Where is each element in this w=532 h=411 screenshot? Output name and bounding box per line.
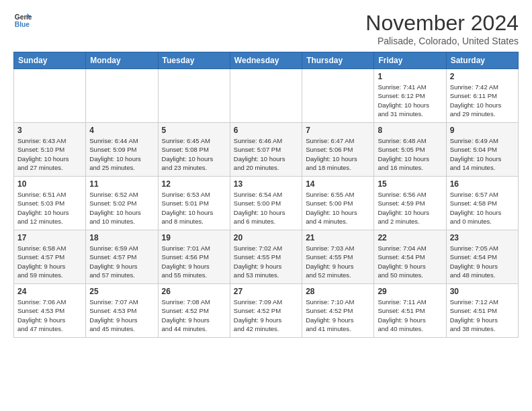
day-number: 1: [378, 72, 442, 81]
calendar-cell: 2Sunrise: 7:42 AM Sunset: 6:11 PM Daylig…: [446, 69, 518, 123]
day-info: Sunrise: 6:47 AM Sunset: 5:06 PM Dayligh…: [306, 136, 370, 172]
weekday-header: Sunday: [14, 52, 86, 69]
calendar-cell: [230, 69, 302, 123]
day-info: Sunrise: 6:52 AM Sunset: 5:02 PM Dayligh…: [89, 190, 154, 226]
day-info: Sunrise: 6:43 AM Sunset: 5:10 PM Dayligh…: [17, 136, 82, 172]
calendar-week-row: 17Sunrise: 6:58 AM Sunset: 4:57 PM Dayli…: [14, 230, 519, 284]
calendar-cell: 12Sunrise: 6:53 AM Sunset: 5:01 PM Dayli…: [158, 177, 230, 230]
day-info: Sunrise: 7:01 AM Sunset: 4:56 PM Dayligh…: [162, 244, 226, 279]
calendar-cell: 6Sunrise: 6:46 AM Sunset: 5:07 PM Daylig…: [230, 123, 302, 177]
calendar-cell: 10Sunrise: 6:51 AM Sunset: 5:03 PM Dayli…: [14, 177, 86, 230]
day-number: 19: [162, 233, 226, 242]
calendar-cell: 1Sunrise: 7:41 AM Sunset: 6:12 PM Daylig…: [374, 69, 446, 123]
day-number: 28: [306, 287, 370, 296]
calendar-cell: 26Sunrise: 7:08 AM Sunset: 4:52 PM Dayli…: [158, 284, 230, 338]
calendar-table: SundayMondayTuesdayWednesdayThursdayFrid…: [13, 52, 519, 338]
calendar-cell: 27Sunrise: 7:09 AM Sunset: 4:52 PM Dayli…: [230, 284, 302, 338]
weekday-header-row: SundayMondayTuesdayWednesdayThursdayFrid…: [14, 52, 519, 69]
day-number: 26: [162, 287, 226, 296]
calendar-cell: [158, 69, 230, 123]
day-number: 5: [162, 126, 226, 135]
calendar-cell: 16Sunrise: 6:57 AM Sunset: 4:58 PM Dayli…: [446, 177, 518, 230]
calendar-cell: 23Sunrise: 7:05 AM Sunset: 4:54 PM Dayli…: [446, 230, 518, 284]
day-number: 25: [89, 287, 154, 296]
day-number: 20: [234, 233, 298, 242]
day-number: 13: [234, 179, 298, 189]
day-info: Sunrise: 7:09 AM Sunset: 4:52 PM Dayligh…: [234, 298, 298, 333]
calendar-week-row: 24Sunrise: 7:06 AM Sunset: 4:53 PM Dayli…: [14, 284, 519, 338]
day-number: 11: [89, 179, 154, 189]
day-info: Sunrise: 6:44 AM Sunset: 5:09 PM Dayligh…: [89, 136, 154, 172]
day-number: 22: [378, 233, 442, 242]
calendar-cell: 22Sunrise: 7:04 AM Sunset: 4:54 PM Dayli…: [374, 230, 446, 284]
day-info: Sunrise: 7:07 AM Sunset: 4:53 PM Dayligh…: [89, 298, 154, 333]
day-number: 24: [17, 287, 82, 296]
calendar-cell: [86, 69, 158, 123]
day-info: Sunrise: 7:02 AM Sunset: 4:55 PM Dayligh…: [234, 244, 298, 279]
day-number: 30: [450, 287, 515, 296]
logo: General Blue: [13, 11, 32, 30]
calendar-cell: 4Sunrise: 6:44 AM Sunset: 5:09 PM Daylig…: [86, 123, 158, 177]
day-number: 2: [450, 72, 515, 81]
day-info: Sunrise: 6:53 AM Sunset: 5:01 PM Dayligh…: [162, 190, 226, 226]
day-number: 12: [162, 179, 226, 189]
day-info: Sunrise: 7:12 AM Sunset: 4:51 PM Dayligh…: [450, 298, 515, 333]
day-number: 3: [17, 126, 82, 135]
calendar-cell: [302, 69, 374, 123]
calendar-cell: 8Sunrise: 6:48 AM Sunset: 5:05 PM Daylig…: [374, 123, 446, 177]
day-info: Sunrise: 6:55 AM Sunset: 5:00 PM Dayligh…: [306, 190, 370, 226]
day-info: Sunrise: 7:08 AM Sunset: 4:52 PM Dayligh…: [162, 298, 226, 333]
day-number: 29: [378, 287, 442, 296]
day-info: Sunrise: 7:03 AM Sunset: 4:55 PM Dayligh…: [306, 244, 370, 279]
day-info: Sunrise: 6:57 AM Sunset: 4:58 PM Dayligh…: [450, 190, 515, 226]
day-number: 6: [234, 126, 298, 135]
calendar-cell: 19Sunrise: 7:01 AM Sunset: 4:56 PM Dayli…: [158, 230, 230, 284]
calendar-cell: 17Sunrise: 6:58 AM Sunset: 4:57 PM Dayli…: [14, 230, 86, 284]
weekday-header: Tuesday: [158, 52, 230, 69]
day-number: 9: [450, 126, 515, 135]
calendar-cell: 7Sunrise: 6:47 AM Sunset: 5:06 PM Daylig…: [302, 123, 374, 177]
day-number: 14: [306, 179, 370, 189]
day-number: 27: [234, 287, 298, 296]
calendar-cell: 25Sunrise: 7:07 AM Sunset: 4:53 PM Dayli…: [86, 284, 158, 338]
calendar-cell: 11Sunrise: 6:52 AM Sunset: 5:02 PM Dayli…: [86, 177, 158, 230]
month-title: November 2024: [365, 11, 519, 36]
day-number: 23: [450, 233, 515, 242]
calendar-cell: 24Sunrise: 7:06 AM Sunset: 4:53 PM Dayli…: [14, 284, 86, 338]
day-info: Sunrise: 7:42 AM Sunset: 6:11 PM Dayligh…: [450, 83, 515, 118]
day-number: 16: [450, 179, 515, 189]
day-number: 8: [378, 126, 442, 135]
day-info: Sunrise: 6:49 AM Sunset: 5:04 PM Dayligh…: [450, 136, 515, 172]
day-number: 10: [17, 179, 82, 189]
day-info: Sunrise: 7:41 AM Sunset: 6:12 PM Dayligh…: [378, 83, 442, 118]
calendar-cell: 21Sunrise: 7:03 AM Sunset: 4:55 PM Dayli…: [302, 230, 374, 284]
calendar-week-row: 3Sunrise: 6:43 AM Sunset: 5:10 PM Daylig…: [14, 123, 519, 177]
day-info: Sunrise: 7:11 AM Sunset: 4:51 PM Dayligh…: [378, 298, 442, 333]
svg-text:General: General: [15, 13, 32, 21]
calendar-cell: 28Sunrise: 7:10 AM Sunset: 4:52 PM Dayli…: [302, 284, 374, 338]
day-info: Sunrise: 7:06 AM Sunset: 4:53 PM Dayligh…: [17, 298, 82, 333]
location: Palisade, Colorado, United States: [365, 36, 519, 46]
day-info: Sunrise: 6:45 AM Sunset: 5:08 PM Dayligh…: [162, 136, 226, 172]
day-number: 17: [17, 233, 82, 242]
day-info: Sunrise: 6:59 AM Sunset: 4:57 PM Dayligh…: [89, 244, 154, 279]
day-info: Sunrise: 7:04 AM Sunset: 4:54 PM Dayligh…: [378, 244, 442, 279]
day-info: Sunrise: 6:46 AM Sunset: 5:07 PM Dayligh…: [234, 136, 298, 172]
calendar-cell: 20Sunrise: 7:02 AM Sunset: 4:55 PM Dayli…: [230, 230, 302, 284]
day-info: Sunrise: 7:05 AM Sunset: 4:54 PM Dayligh…: [450, 244, 515, 279]
calendar-week-row: 10Sunrise: 6:51 AM Sunset: 5:03 PM Dayli…: [14, 177, 519, 230]
title-area: November 2024 Palisade, Colorado, United…: [365, 11, 519, 46]
logo-icon: General Blue: [13, 11, 32, 30]
day-info: Sunrise: 6:48 AM Sunset: 5:05 PM Dayligh…: [378, 136, 442, 172]
calendar-cell: [14, 69, 86, 123]
weekday-header: Wednesday: [230, 52, 302, 69]
calendar-cell: 15Sunrise: 6:56 AM Sunset: 4:59 PM Dayli…: [374, 177, 446, 230]
page-header: General Blue November 2024 Palisade, Col…: [13, 11, 519, 46]
day-number: 18: [89, 233, 154, 242]
day-number: 21: [306, 233, 370, 242]
calendar-cell: 3Sunrise: 6:43 AM Sunset: 5:10 PM Daylig…: [14, 123, 86, 177]
weekday-header: Monday: [86, 52, 158, 69]
day-number: 15: [378, 179, 442, 189]
svg-text:Blue: Blue: [15, 21, 30, 28]
calendar-cell: 18Sunrise: 6:59 AM Sunset: 4:57 PM Dayli…: [86, 230, 158, 284]
